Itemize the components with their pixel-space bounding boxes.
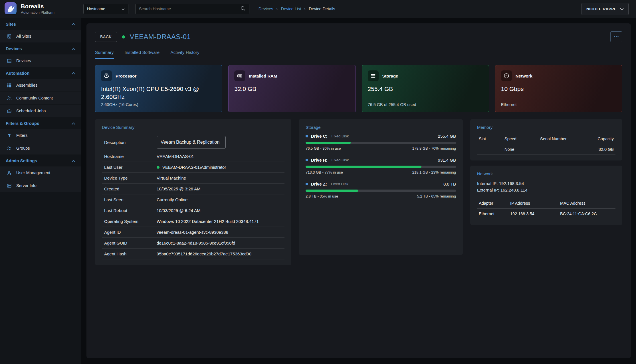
processor-card: Processor Intel(R) Xeon(R) CPU E5-2690 v… xyxy=(95,65,222,112)
network-card: Network 10 Gbps Ethernet xyxy=(495,65,622,112)
drive-bullet-icon xyxy=(306,159,308,161)
network-title: Network xyxy=(477,171,615,176)
chevron-down-icon xyxy=(620,7,624,11)
drive-c-progress xyxy=(306,142,456,144)
network-footer: Ethernet xyxy=(501,102,616,107)
sidebar-section-admin-settings[interactable]: Admin Settings xyxy=(0,154,81,166)
breadcrumb-separator: › xyxy=(276,7,278,11)
tab-installed-software[interactable]: Installed Software xyxy=(125,50,160,59)
drive-z-progress xyxy=(306,190,456,192)
sidebar-item-devices[interactable]: Devices xyxy=(0,54,81,67)
brand: Borealis Automation Platform xyxy=(0,2,81,16)
drive-bullet-icon xyxy=(306,183,308,185)
server-icon xyxy=(6,183,12,188)
search-box xyxy=(135,4,249,14)
summary-row-last-seen: Last Seen Currently Online xyxy=(102,194,284,205)
search-icon[interactable] xyxy=(240,6,246,12)
drive-z: Drive Z: Fixed Disk 8.0 TB 2.8 TB - 35% … xyxy=(306,182,456,198)
breadcrumb-device-details: Device Details xyxy=(309,7,335,11)
page-header: BACK VEEAM-DRAAS-01 xyxy=(95,31,622,42)
breadcrumb-devices[interactable]: Devices xyxy=(259,7,273,11)
summary-row-agent-id: Agent ID veeam-draas-01-agent-svc-8930a3… xyxy=(102,227,284,238)
user-name: NICOLE RAPPE xyxy=(586,7,617,11)
tabs: Summary Installed Software Activity Hist… xyxy=(95,50,622,59)
storage-panel: Storage Drive C: Fixed Disk 255.4 GB 76.… xyxy=(299,119,463,255)
sidebar-item-user-management[interactable]: User Management xyxy=(0,166,81,179)
sidebar-item-community-content[interactable]: Community Content xyxy=(0,91,81,104)
sidebar: Sites All Sites Devices Devices Automati… xyxy=(0,18,81,364)
app-root: Borealis Automation Platform Hostname De… xyxy=(0,0,636,364)
page-title: VEEAM-DRAAS-01 xyxy=(130,33,191,41)
search-field-dropdown[interactable]: Hostname xyxy=(83,4,128,14)
memory-table-header: Slot Speed Serial Number Capacity xyxy=(477,134,615,144)
building-icon xyxy=(6,33,12,39)
summary-row-created: Created 10/05/2025 @ 3:26 AM xyxy=(102,184,284,194)
back-button[interactable]: BACK xyxy=(95,32,117,42)
breadcrumb-device-list[interactable]: Device List xyxy=(281,7,301,11)
summary-row-description: Description xyxy=(102,134,284,151)
processor-value: Intel(R) Xeon(R) CPU E5-2690 v3 @ 2.60GH… xyxy=(101,85,216,101)
brand-name: Borealis xyxy=(21,3,54,10)
cpu-icon xyxy=(101,70,112,81)
breadcrumb: Devices › Device List › Device Details xyxy=(259,7,335,11)
ram-card: Installed RAM 32.0 GB xyxy=(228,65,356,112)
storage-footer: 76.5 GB of 255.4 GB used xyxy=(368,102,483,107)
summary-row-agent-hash: Agent Hash 05ba0e7935171d626ecea29b27d7a… xyxy=(102,249,284,259)
sidebar-section-devices[interactable]: Devices xyxy=(0,42,81,54)
memory-table-row: None 32.0 GB xyxy=(477,144,615,155)
chevron-up-icon xyxy=(72,71,75,76)
network-table-header: Adapter IP Address MAC Address xyxy=(477,198,615,209)
device-summary-title: Device Summary xyxy=(102,125,284,130)
ram-icon xyxy=(234,70,245,81)
drive-c: Drive C: Fixed Disk 255.4 GB 76.5 GB - 3… xyxy=(306,134,456,151)
sidebar-item-groups[interactable]: Groups xyxy=(0,142,81,154)
description-input[interactable] xyxy=(157,136,226,149)
search-field-dropdown-value: Hostname xyxy=(87,7,105,11)
sidebar-item-all-sites[interactable]: All Sites xyxy=(0,30,81,42)
internal-ip: Internal IP: 192.168.3.54 xyxy=(477,180,615,187)
online-status-dot xyxy=(122,35,125,38)
network-panel: Network Internal IP: 192.168.3.54 Extern… xyxy=(470,166,622,225)
network-table-row: Ethernet 192.168.3.54 BC:24:11:CA:C6:2C xyxy=(477,209,615,219)
user-menu-button[interactable]: NICOLE RAPPE xyxy=(582,3,629,15)
breadcrumb-separator: › xyxy=(304,7,306,11)
right-column: Memory Slot Speed Serial Number Capacity… xyxy=(470,119,622,225)
sidebar-section-filters-groups[interactable]: Filters & Groups xyxy=(0,117,81,129)
summary-row-device-type: Device Type Virtual Machine xyxy=(102,173,284,184)
briefcase-icon xyxy=(6,108,12,114)
drive-h: Drive H: Fixed Disk 931.4 GB 713.3 GB - … xyxy=(306,158,456,174)
summary-row-agent-guid: Agent GUID de16c0c1-8aa2-4d18-9585-9ce91… xyxy=(102,238,284,249)
main-area: BACK VEEAM-DRAAS-01 Summary Installed So… xyxy=(81,18,636,364)
sidebar-item-assemblies[interactable]: Assemblies xyxy=(0,79,81,91)
people-icon xyxy=(6,95,12,101)
sidebar-section-automation[interactable]: Automation xyxy=(0,67,81,79)
disks-icon xyxy=(368,70,379,81)
search-input[interactable] xyxy=(139,7,240,11)
ram-value: 32.0 GB xyxy=(234,85,350,93)
user-gear-icon xyxy=(6,170,12,176)
caret-down-icon xyxy=(122,7,125,11)
storage-title: Storage xyxy=(306,125,456,130)
chevron-up-icon xyxy=(72,121,75,126)
memory-panel: Memory Slot Speed Serial Number Capacity… xyxy=(470,119,622,160)
tab-summary[interactable]: Summary xyxy=(95,50,114,59)
drive-h-progress xyxy=(306,166,456,168)
chevron-up-icon xyxy=(72,22,75,27)
brand-subtitle: Automation Platform xyxy=(21,10,54,15)
summary-row-last-reboot: Last Reboot 10/03/2025 @ 6:24 AM xyxy=(102,205,284,216)
sidebar-item-scheduled-jobs[interactable]: Scheduled Jobs xyxy=(0,104,81,117)
more-actions-button[interactable] xyxy=(610,31,622,42)
top-bar: Borealis Automation Platform Hostname De… xyxy=(0,0,636,18)
summary-row-last-user: Last User VEEAM-DRAAS-01\Administrator xyxy=(102,162,284,173)
monitor-icon xyxy=(6,58,12,64)
sidebar-section-sites[interactable]: Sites xyxy=(0,18,81,30)
network-value: 10 Gbps xyxy=(501,85,616,93)
tab-activity-history[interactable]: Activity History xyxy=(170,50,199,59)
sidebar-item-filters[interactable]: Filters xyxy=(0,129,81,142)
storage-card: Storage 255.4 GB 76.5 GB of 255.4 GB use… xyxy=(362,65,489,112)
device-summary-panel: Device Summary Description Hostname VEEA… xyxy=(95,119,291,265)
summary-row-hostname: Hostname VEEAM-DRAAS-01 xyxy=(102,151,284,162)
sidebar-item-server-info[interactable]: Server Info xyxy=(0,179,81,192)
external-ip: External IP: 162.248.8.114 xyxy=(477,187,615,193)
chevron-up-icon xyxy=(72,158,75,163)
